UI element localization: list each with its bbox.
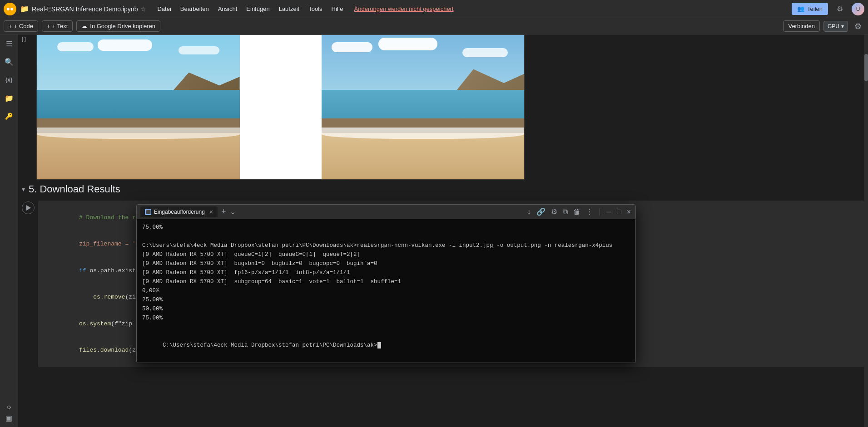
notebook-title-text[interactable]: Real-ESRGAN Inference Demo.ipynb (32, 5, 138, 13)
add-code-button[interactable]: + + Code (4, 20, 38, 32)
menu-bar: 📁 Real-ESRGAN Inference Demo.ipynb ☆ Dat… (0, 0, 868, 18)
section-cell-download[interactable]: ▾ 5. Download Results (18, 180, 868, 199)
sidebar-expand-left-icon[interactable]: ‹› (4, 402, 15, 412)
image-divider (240, 35, 322, 179)
svg-point-2 (10, 8, 13, 10)
terminal-minimize-button[interactable]: ─ (605, 207, 612, 217)
run-button[interactable] (22, 201, 35, 214)
runtime-type-badge[interactable]: GPU ▾ (823, 21, 848, 32)
code-function-remove: os.remove (93, 294, 125, 300)
sidebar-files-icon[interactable]: 📁 (4, 93, 15, 103)
drive-copy-icon: ☁ (81, 23, 87, 29)
terminal-output-line-3: [0 AMD Radeon RX 5700 XT] queueC=1[2] qu… (142, 250, 630, 259)
gpu-label: GPU (828, 23, 839, 29)
section-collapse-icon[interactable]: ▾ (22, 186, 25, 193)
cell-run-indicator: [ ] (22, 36, 26, 42)
plus-text-icon: + (47, 23, 50, 29)
run-triangle-icon (26, 205, 31, 211)
terminal-cursor (377, 342, 381, 348)
terminal-add-tab-button[interactable]: + (221, 207, 226, 216)
connect-button[interactable]: Verbinden (783, 20, 820, 32)
add-text-button[interactable]: + + Text (42, 20, 73, 32)
terminal-close-button[interactable]: × (626, 207, 632, 217)
add-text-label: + Text (52, 23, 68, 29)
code-function-download: files.download (79, 347, 129, 353)
terminal-link-icon[interactable]: 🔗 (536, 206, 546, 217)
terminal-output-line-5: [0 AMD Radeon RX 5700 XT] fp16-p/s/a=1/1… (142, 268, 630, 277)
code-keyword-if: if (79, 267, 89, 274)
beach-image-right (322, 35, 525, 179)
sidebar-variables-icon[interactable]: {x} (4, 74, 15, 85)
menu-ansicht[interactable]: Ansicht (214, 4, 241, 14)
terminal-titlebar-controls: ↓ 🔗 ⚙ ⧉ 🗑 ⋮ ─ □ × (526, 206, 632, 217)
menu-datei[interactable]: Datei (154, 4, 174, 14)
drive-icon: 📁 (20, 5, 29, 13)
sidebar-search-icon[interactable]: 🔍 (4, 56, 15, 67)
star-icon[interactable]: ☆ (140, 5, 146, 13)
terminal-scroll-down-icon[interactable]: ↓ (526, 207, 532, 217)
unsaved-notice[interactable]: Änderungen werden nicht gespeichert (354, 5, 454, 12)
terminal-output-line-2: C:\Users\stefa\4eck Media Dropbox\stefan… (142, 241, 630, 250)
menu-laufzeit[interactable]: Laufzeit (275, 4, 303, 14)
terminal-output-line-4: [0 AMD Radeon RX 5700 XT] bugsbn1=0 bugb… (142, 259, 630, 268)
terminal-maximize-button[interactable]: □ (616, 207, 622, 217)
terminal-more-icon[interactable]: ⋮ (585, 206, 594, 217)
share-people-icon: 👥 (797, 5, 804, 12)
menu-tools[interactable]: Tools (305, 4, 326, 14)
terminal-titlebar: ⬛ Eingabeaufforderung × + ⌄ ↓ 🔗 ⚙ ⧉ 🗑 ⋮ … (137, 205, 635, 219)
menu-hilfe[interactable]: Hilfe (328, 4, 347, 14)
toolbar-right: Verbinden GPU ▾ ⚙ (783, 20, 864, 33)
sidebar-menu-icon[interactable]: ☰ (4, 38, 15, 49)
right-edge-scrollbar-track (864, 34, 868, 427)
runtime-dropdown-icon: ▾ (841, 23, 844, 29)
sidebar-secrets-icon[interactable]: 🔑 (4, 111, 15, 122)
terminal-output-line-6: [0 AMD Radeon RX 5700 XT] subgroup=64 ba… (142, 277, 630, 286)
add-code-label: + Code (14, 23, 33, 29)
code-function-system: os.system (79, 320, 111, 327)
left-sidebar: ☰ 🔍 {x} 📁 🔑 ‹› ▣ (0, 34, 18, 427)
colab-logo (4, 3, 16, 15)
terminal-output-line-12: C:\Users\stefa\4eck Media Dropbox\stefan… (142, 332, 630, 359)
beach-image-left (37, 35, 240, 179)
terminal-window: ⬛ Eingabeaufforderung × + ⌄ ↓ 🔗 ⚙ ⧉ 🗑 ⋮ … (136, 204, 636, 363)
share-label: Teilen (807, 5, 823, 12)
terminal-output-line-9: 50,00% (142, 304, 630, 314)
copy-to-drive-button[interactable]: ☁ In Google Drive kopieren (76, 20, 160, 32)
terminal-output-line-8: 25,00% (142, 295, 630, 304)
image-output-cell: [ ] (18, 34, 868, 180)
terminal-split-icon[interactable]: ⧉ (562, 207, 569, 217)
connect-label: Verbinden (788, 23, 815, 29)
terminal-output-line-10: 75,00% (142, 314, 630, 323)
toolbar: + + Code + + Text ☁ In Google Drive kopi… (0, 18, 868, 34)
menu-items: Datei Bearbeiten Ansicht Einfügen Laufze… (154, 4, 347, 14)
settings-icon[interactable]: ⚙ (833, 3, 846, 15)
menu-bearbeiten[interactable]: Bearbeiten (177, 4, 213, 14)
user-avatar[interactable]: U (852, 3, 864, 15)
terminal-tab-label: Eingabeaufforderung (154, 209, 205, 215)
terminal-settings-icon[interactable]: ⚙ (550, 206, 558, 217)
toolbar-settings-icon[interactable]: ⚙ (852, 20, 864, 33)
sidebar-bottom: ‹› ▣ (4, 402, 15, 423)
menu-einfuegen[interactable]: Einfügen (243, 4, 273, 14)
terminal-body[interactable]: 75,00% C:\Users\stefa\4eck Media Dropbox… (137, 219, 635, 363)
terminal-tab-close-icon[interactable]: × (209, 208, 213, 216)
terminal-tab-dropdown-icon[interactable]: ⌄ (230, 207, 236, 216)
copy-to-drive-label: In Google Drive kopieren (90, 23, 155, 29)
terminal-output-line-1 (142, 232, 630, 241)
sidebar-terminal-icon[interactable]: ▣ (4, 412, 15, 423)
image-output (36, 34, 525, 180)
notebook-title-group: 📁 Real-ESRGAN Inference Demo.ipynb ☆ (20, 5, 146, 13)
share-button[interactable]: 👥 Teilen (792, 3, 828, 15)
section-title-download: 5. Download Results (29, 183, 120, 195)
menu-bar-right: 👥 Teilen ⚙ U (792, 3, 864, 15)
divider (600, 208, 600, 216)
svg-point-1 (7, 8, 10, 10)
plus-icon: + (9, 23, 12, 29)
terminal-trash-icon[interactable]: 🗑 (572, 207, 581, 217)
code-indent (79, 294, 93, 300)
terminal-tab-icon: ⬛ (145, 209, 151, 215)
terminal-tab[interactable]: ⬛ Eingabeaufforderung × (140, 206, 218, 217)
terminal-output-line-7: 0,00% (142, 286, 630, 295)
right-edge-scrollbar-thumb[interactable] (864, 54, 868, 81)
terminal-output-line-0: 75,00% (142, 223, 630, 232)
